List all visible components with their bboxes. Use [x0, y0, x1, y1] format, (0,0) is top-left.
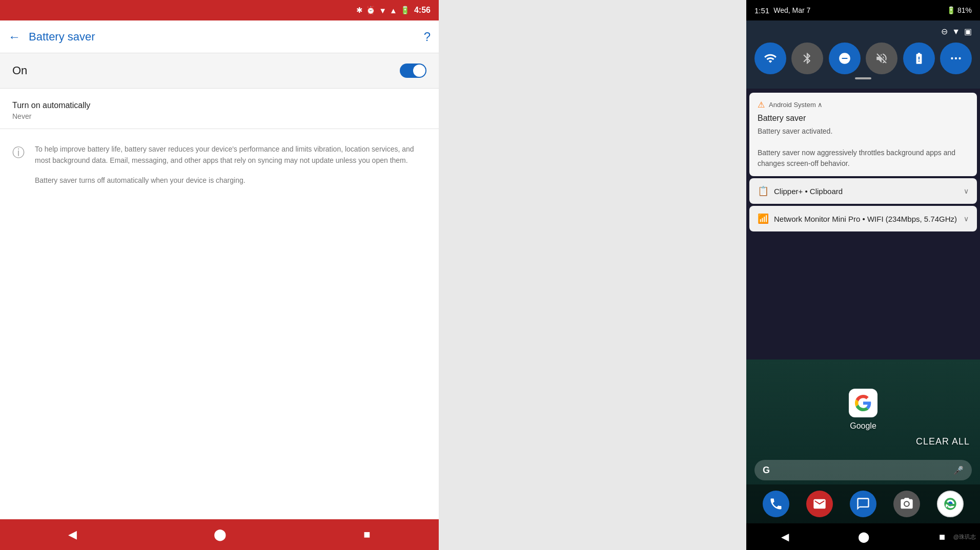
quick-settings: ⊖ ▼ ▣: [746, 20, 980, 89]
qs-tile-bluetooth[interactable]: [791, 43, 823, 74]
status-time: 4:56: [414, 6, 431, 15]
recents-app-label: Google: [850, 421, 876, 431]
qs-scroll-hint: [754, 74, 972, 82]
search-bar[interactable]: G 🎤: [754, 460, 972, 480]
qs-tile-wifi[interactable]: [754, 43, 786, 74]
no-signal-small-icon: ▣: [964, 27, 972, 36]
dock: [746, 484, 980, 523]
back-nav-right[interactable]: ◀: [781, 531, 789, 543]
network-icon-notif: 📶: [758, 213, 769, 224]
battery-icon-right: 🔋: [947, 6, 955, 14]
notification-shade: 1:51 Wed, Mar 7 🔋 81% ⊖ ▼ ▣: [746, 0, 980, 550]
qs-tile-more[interactable]: [940, 43, 972, 74]
network-monitor-notification[interactable]: 📶 Network Monitor Mini Pro • WIFI (234Mb…: [749, 206, 977, 231]
voice-search-icon[interactable]: 🎤: [953, 466, 964, 475]
qs-tile-battery-saver[interactable]: [903, 43, 935, 74]
info-section: ⓘ To help improve battery life, battery …: [0, 129, 439, 200]
auto-value: Never: [12, 112, 426, 120]
clipper-expand-icon[interactable]: ∨: [964, 187, 969, 195]
toggle-section[interactable]: On: [0, 53, 439, 89]
clipper-content: Clipper+ • Clipboard: [774, 187, 958, 196]
svg-point-0: [951, 57, 953, 59]
notif-title: Battery saver: [758, 114, 969, 123]
qs-top-icons: ⊖ ▼ ▣: [754, 27, 972, 36]
google-app-icon: [849, 389, 877, 417]
alarm-icon: ⏰: [366, 6, 376, 15]
back-button[interactable]: ←: [8, 30, 21, 44]
qs-tile-sound[interactable]: [866, 43, 897, 74]
status-bar-left: ✱ ⏰ ▼ ▲ 🔋 4:56: [0, 0, 439, 20]
battery-saver-notification[interactable]: ⚠ Android System ∧ Battery saver Battery…: [749, 93, 977, 176]
clipper-title: Clipper+ • Clipboard: [774, 187, 958, 196]
dock-gmail[interactable]: [806, 491, 833, 517]
clipper-notification[interactable]: 📋 Clipper+ • Clipboard ∨: [749, 178, 977, 204]
nav-bar-left: ◀ ⬤ ■: [0, 519, 439, 550]
network-monitor-title: Network Monitor Mini Pro • WIFI (234Mbps…: [774, 215, 958, 223]
svg-point-2: [958, 57, 961, 59]
recents-nav-right[interactable]: ■: [939, 531, 945, 543]
dock-phone[interactable]: [763, 491, 789, 517]
notifications-area: ⚠ Android System ∧ Battery saver Battery…: [746, 89, 980, 359]
notif-body-line2: Battery saver now aggressively throttles…: [758, 147, 969, 169]
wifi-small-icon: ▼: [952, 27, 960, 36]
notif-app-name: Android System ∧: [769, 101, 969, 109]
recents-area: Google CLEAR ALL G 🎤: [746, 359, 980, 523]
signal-icon: ▼: [379, 6, 386, 15]
home-nav-icon[interactable]: ⬤: [214, 528, 227, 541]
notif-body-line1: Battery saver activated.: [758, 126, 969, 137]
toolbar: ← Battery saver ?: [0, 20, 439, 53]
google-search-logo: G: [763, 465, 770, 476]
status-time-right: 1:51: [754, 6, 769, 15]
clear-all-button[interactable]: CLEAR ALL: [916, 436, 970, 447]
help-button[interactable]: ?: [424, 30, 431, 44]
nav-bar-right: ◀ ⬤ ■ @珠玑志: [746, 523, 980, 550]
network-monitor-content: Network Monitor Mini Pro • WIFI (234Mbps…: [774, 215, 958, 223]
toggle-label: On: [12, 64, 27, 77]
dock-chrome[interactable]: [937, 491, 964, 517]
dnd-small-icon: ⊖: [941, 27, 948, 36]
auto-label: Turn on automatically: [12, 101, 426, 110]
recents-nav-icon[interactable]: ■: [363, 528, 370, 541]
svg-point-1: [955, 57, 957, 59]
notif-header: ⚠ Android System ∧: [758, 100, 969, 110]
info-text: To help improve battery life, battery sa…: [35, 143, 426, 186]
scroll-indicator: [855, 77, 871, 79]
battery-status: 🔋 81%: [947, 6, 972, 14]
status-icons: ✱ ⏰ ▼ ▲ 🔋: [356, 6, 410, 15]
battery-percentage: 81%: [957, 6, 972, 14]
auto-section[interactable]: Turn on automatically Never: [0, 89, 439, 129]
status-bar-right: 1:51 Wed, Mar 7 🔋 81%: [746, 0, 980, 20]
clipper-icon: 📋: [758, 185, 769, 197]
network-expand-icon[interactable]: ∨: [964, 215, 969, 223]
page-title: Battery saver: [29, 30, 424, 44]
info-icon: ⓘ: [12, 144, 25, 161]
bluetooth-icon: ✱: [356, 6, 363, 15]
battery-saver-settings: ✱ ⏰ ▼ ▲ 🔋 4:56 ← Battery saver ? On Turn…: [0, 0, 439, 550]
info-paragraph-2: Battery saver turns off automatically wh…: [35, 175, 426, 186]
watermark: @珠玑志: [953, 533, 976, 541]
battery-saver-toggle[interactable]: [400, 64, 426, 78]
android-system-icon: ⚠: [758, 100, 765, 110]
battery-icon: 🔋: [400, 6, 410, 15]
back-nav-icon[interactable]: ◀: [68, 528, 77, 541]
dock-messages[interactable]: [850, 491, 876, 517]
info-paragraph-1: To help improve battery life, battery sa…: [35, 143, 426, 166]
home-nav-right[interactable]: ⬤: [858, 531, 869, 543]
screen-gap: [439, 0, 746, 550]
status-date: Wed, Mar 7: [773, 6, 947, 14]
qs-tile-dnd[interactable]: [829, 43, 861, 74]
dock-camera[interactable]: [893, 491, 920, 517]
qs-tiles-row: [754, 43, 972, 74]
notif-body: Battery saver activated. Battery saver n…: [758, 126, 969, 169]
network-icon: ▲: [390, 6, 397, 15]
